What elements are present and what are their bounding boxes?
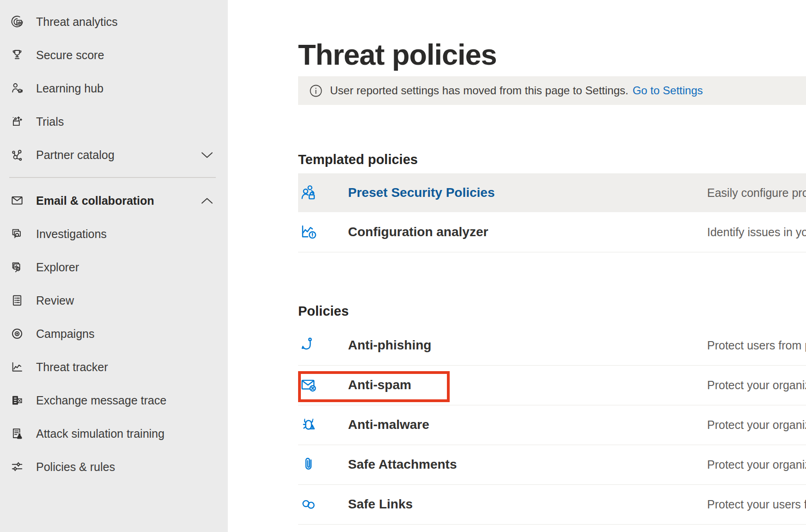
sidebar-item-label: Campaigns bbox=[36, 327, 94, 341]
review-list-icon bbox=[9, 293, 25, 308]
chevron-up-icon bbox=[201, 197, 213, 204]
sidebar-item-threat-analytics[interactable]: Threat analytics bbox=[0, 5, 228, 38]
policy-label: Configuration analyzer bbox=[348, 225, 488, 239]
exchange-icon bbox=[9, 392, 25, 408]
explorer-icon bbox=[9, 259, 25, 275]
policies-heading: Policies bbox=[298, 304, 349, 319]
row-preset-security-policies[interactable]: Preset Security Policies Easily configur… bbox=[298, 173, 806, 212]
row-anti-spam[interactable]: Anti-spam Protect your organiz bbox=[298, 365, 806, 405]
trials-box-icon bbox=[9, 114, 25, 129]
sidebar-item-label: Exchange message trace bbox=[36, 394, 166, 407]
row-divider bbox=[298, 524, 806, 525]
configuration-analyzer-icon bbox=[298, 222, 319, 242]
policy-description: Identify issues in you bbox=[707, 226, 806, 239]
sidebar-item-policies-rules[interactable]: Policies & rules bbox=[0, 450, 228, 483]
sidebar-item-explorer[interactable]: Explorer bbox=[0, 251, 228, 284]
sidebar-item-trials[interactable]: Trials bbox=[0, 105, 228, 138]
sidebar: Threat analytics Secure score bbox=[0, 0, 228, 532]
threat-analytics-icon bbox=[9, 14, 25, 30]
threat-policies-page: Threat analytics Secure score bbox=[0, 0, 806, 532]
campaigns-target-icon bbox=[9, 326, 25, 342]
anti-spam-icon bbox=[298, 375, 319, 395]
sidebar-item-secure-score[interactable]: Secure score bbox=[0, 38, 228, 72]
policy-description: Easily configure prot bbox=[707, 186, 806, 200]
sidebar-item-label: Trials bbox=[36, 115, 64, 128]
sidebar-item-label: Partner catalog bbox=[36, 148, 115, 162]
graduation-person-icon bbox=[9, 80, 25, 96]
policy-label: Safe Attachments bbox=[348, 457, 457, 472]
sidebar-item-campaigns[interactable]: Campaigns bbox=[0, 317, 228, 350]
row-anti-phishing[interactable]: Anti-phishing Protect users from p bbox=[298, 325, 806, 365]
anti-phishing-icon bbox=[298, 336, 319, 355]
sidebar-item-investigations[interactable]: Investigations bbox=[0, 217, 228, 251]
line-chart-icon bbox=[9, 359, 25, 375]
policy-description: Protect your organiz bbox=[707, 379, 806, 392]
sidebar-item-label: Review bbox=[36, 294, 74, 307]
go-to-settings-link[interactable]: Go to Settings bbox=[633, 84, 703, 97]
anti-malware-icon bbox=[298, 415, 319, 434]
row-anti-malware[interactable]: Anti-malware Protect your organiz bbox=[298, 405, 806, 445]
policy-link[interactable]: Preset Security Policies bbox=[348, 185, 495, 200]
safe-attachments-icon bbox=[298, 455, 319, 474]
row-safe-attachments[interactable]: Safe Attachments Protect your organiz bbox=[298, 445, 806, 484]
policy-description: Protect your organiz bbox=[707, 418, 806, 432]
sidebar-item-label: Threat analytics bbox=[36, 15, 117, 29]
sidebar-item-attack-simulation-training[interactable]: Attack simulation training bbox=[0, 417, 228, 450]
row-safe-links[interactable]: Safe Links Protect your users fr bbox=[298, 484, 806, 524]
info-icon bbox=[309, 84, 323, 98]
sidebar-item-label: Explorer bbox=[36, 261, 79, 274]
sidebar-item-label: Attack simulation training bbox=[36, 427, 165, 440]
banner-message: User reported settings has moved from th… bbox=[330, 84, 629, 97]
chevron-down-icon bbox=[201, 152, 213, 159]
mail-icon bbox=[9, 193, 25, 208]
sidebar-item-learning-hub[interactable]: Learning hub bbox=[0, 72, 228, 105]
sliders-icon bbox=[9, 459, 25, 475]
info-banner: User reported settings has moved from th… bbox=[298, 76, 806, 105]
sidebar-divider bbox=[9, 177, 216, 178]
policy-label: Anti-spam bbox=[348, 378, 411, 392]
sidebar-item-email-collaboration[interactable]: Email & collaboration bbox=[0, 184, 228, 217]
sidebar-item-label: Investigations bbox=[36, 227, 107, 241]
sidebar-item-threat-tracker[interactable]: Threat tracker bbox=[0, 350, 228, 384]
investigations-icon bbox=[9, 226, 25, 242]
policy-label: Anti-malware bbox=[348, 417, 429, 432]
sidebar-item-label: Policies & rules bbox=[36, 460, 115, 474]
sidebar-item-label: Learning hub bbox=[36, 82, 104, 95]
policy-description: Protect your users fr bbox=[707, 498, 806, 511]
safe-links-icon bbox=[298, 495, 319, 514]
sidebar-list: Threat analytics Secure score bbox=[0, 0, 228, 483]
partner-catalog-icon bbox=[9, 147, 25, 163]
policy-description: Protect users from p bbox=[707, 339, 806, 352]
attack-simulation-icon bbox=[9, 426, 25, 441]
page-title: Threat policies bbox=[298, 39, 497, 71]
sidebar-item-exchange-message-trace[interactable]: Exchange message trace bbox=[0, 384, 228, 417]
row-configuration-analyzer[interactable]: Configuration analyzer Identify issues i… bbox=[298, 212, 806, 252]
sidebar-item-label: Secure score bbox=[36, 49, 104, 62]
policy-description: Protect your organiz bbox=[707, 458, 806, 471]
section-divider bbox=[298, 252, 806, 252]
sidebar-item-label: Threat tracker bbox=[36, 361, 108, 374]
trophy-icon bbox=[9, 47, 25, 63]
templated-policies-heading: Templated policies bbox=[298, 152, 418, 167]
policy-label: Safe Links bbox=[348, 497, 413, 512]
sidebar-item-review[interactable]: Review bbox=[0, 284, 228, 317]
sidebar-item-partner-catalog[interactable]: Partner catalog bbox=[0, 138, 228, 171]
policy-label: Anti-phishing bbox=[348, 338, 431, 353]
preset-security-policies-icon bbox=[298, 183, 319, 202]
sidebar-group-label: Email & collaboration bbox=[36, 194, 154, 208]
